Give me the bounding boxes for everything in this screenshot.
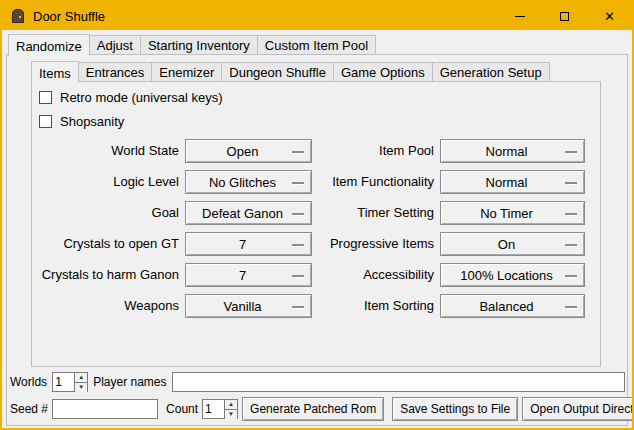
close-icon: ✕ — [604, 10, 615, 23]
tab-generation-setup[interactable]: Generation Setup — [432, 62, 550, 82]
count-input[interactable] — [203, 400, 224, 418]
dropdown-indicator-icon — [292, 306, 304, 308]
crystals-ganon-value: 7 — [239, 268, 258, 283]
outer-tab-strip: Randomize Adjust Starting Inventory Cust… — [8, 32, 375, 55]
app-icon — [10, 8, 26, 24]
worlds-label: Worlds — [10, 375, 47, 389]
dropdown-indicator-icon — [565, 182, 577, 184]
crystals-ganon-dropdown[interactable]: 7 — [185, 263, 312, 287]
dropdown-indicator-icon — [565, 275, 577, 277]
randomize-pane: Items Entrances Enemizer Dungeon Shuffle… — [6, 54, 628, 426]
player-names-label: Player names — [93, 375, 166, 389]
count-spin-arrows: ▲ ▼ — [224, 400, 237, 418]
spin-down-icon[interactable]: ▼ — [75, 383, 87, 392]
worlds-spin-arrows: ▲ ▼ — [74, 373, 87, 391]
retro-mode-checkbox[interactable] — [39, 91, 52, 104]
weapons-label: Weapons — [35, 294, 185, 318]
retro-mode-label: Retro mode (universal keys) — [60, 90, 223, 105]
dropdown-indicator-icon — [292, 213, 304, 215]
weapons-dropdown[interactable]: Vanilla — [185, 294, 312, 318]
crystals-ganon-label: Crystals to harm Ganon — [35, 263, 185, 287]
world-state-label: World State — [35, 139, 185, 163]
item-functionality-value: Normal — [486, 175, 540, 190]
tab-enemizer[interactable]: Enemizer — [151, 62, 222, 82]
crystals-gt-dropdown[interactable]: 7 — [185, 232, 312, 256]
spin-up-icon[interactable]: ▲ — [225, 400, 237, 410]
dropdown-indicator-icon — [292, 244, 304, 246]
progressive-items-label: Progressive Items — [312, 232, 440, 256]
timer-setting-label: Timer Setting — [312, 201, 440, 225]
goal-dropdown[interactable]: Defeat Ganon — [185, 201, 312, 225]
tab-randomize[interactable]: Randomize — [8, 34, 90, 56]
open-output-directory-button[interactable]: Open Output Directory — [522, 397, 634, 421]
items-pane: Retro mode (universal keys) Shopsanity W… — [31, 81, 601, 367]
item-sorting-dropdown[interactable]: Balanced — [440, 294, 585, 318]
window-title: Door Shuffle — [33, 9, 105, 24]
item-sorting-label: Item Sorting — [312, 294, 440, 318]
app-window: Door Shuffle ✕ Randomize Adjust Starting… — [0, 0, 634, 430]
accessibility-dropdown[interactable]: 100% Locations — [440, 263, 585, 287]
spin-down-icon[interactable]: ▼ — [225, 410, 237, 419]
tab-dungeon-shuffle[interactable]: Dungeon Shuffle — [221, 62, 334, 82]
logic-level-value: No Glitches — [209, 175, 288, 190]
seed-label: Seed # — [10, 402, 48, 416]
accessibility-label: Accessibility — [312, 263, 440, 287]
seed-input[interactable] — [52, 399, 158, 419]
progressive-items-value: On — [498, 237, 527, 252]
player-names-input[interactable] — [172, 372, 626, 392]
maximize-button[interactable] — [542, 2, 587, 30]
item-pool-dropdown[interactable]: Normal — [440, 139, 585, 163]
item-sorting-value: Balanced — [479, 299, 545, 314]
minimize-button[interactable] — [497, 2, 542, 30]
timer-setting-value: No Timer — [480, 206, 545, 221]
minimize-icon — [515, 16, 525, 17]
weapons-value: Vanilla — [223, 299, 273, 314]
inner-notebook: Items Entrances Enemizer Dungeon Shuffle… — [31, 59, 601, 367]
spin-up-icon[interactable]: ▲ — [75, 373, 87, 383]
count-label: Count — [166, 402, 198, 416]
dropdown-indicator-icon — [565, 213, 577, 215]
timer-setting-dropdown[interactable]: No Timer — [440, 201, 585, 225]
seed-row: Seed # Count ▲ ▼ Generate Patched Rom Sa… — [10, 396, 625, 422]
world-state-dropdown[interactable]: Open — [185, 139, 312, 163]
dropdown-indicator-icon — [292, 151, 304, 153]
item-pool-value: Normal — [486, 144, 540, 159]
crystals-gt-label: Crystals to open GT — [35, 232, 185, 256]
inner-tab-strip: Items Entrances Enemizer Dungeon Shuffle… — [31, 59, 549, 82]
save-settings-button[interactable]: Save Settings to File — [392, 397, 518, 421]
worlds-row: Worlds ▲ ▼ Player names — [10, 371, 625, 393]
tab-items[interactable]: Items — [31, 61, 79, 83]
maximize-icon — [560, 12, 569, 21]
tab-adjust[interactable]: Adjust — [89, 35, 141, 55]
worlds-input[interactable] — [53, 373, 74, 391]
close-button[interactable]: ✕ — [587, 2, 632, 30]
item-pool-label: Item Pool — [312, 139, 440, 163]
retro-mode-row: Retro mode (universal keys) — [39, 88, 600, 106]
shopsanity-checkbox[interactable] — [39, 115, 52, 128]
options-grid: World State Open Item Pool Normal Logic … — [35, 139, 600, 318]
count-spinner[interactable]: ▲ ▼ — [202, 399, 238, 419]
dropdown-indicator-icon — [565, 151, 577, 153]
item-functionality-dropdown[interactable]: Normal — [440, 170, 585, 194]
dropdown-indicator-icon — [292, 275, 304, 277]
titlebar[interactable]: Door Shuffle ✕ — [2, 2, 632, 30]
tab-entrances[interactable]: Entrances — [78, 62, 153, 82]
generate-patched-rom-button[interactable]: Generate Patched Rom — [242, 397, 384, 421]
goal-value: Defeat Ganon — [202, 206, 295, 221]
shopsanity-label: Shopsanity — [60, 114, 124, 129]
tab-starting-inventory[interactable]: Starting Inventory — [140, 35, 258, 55]
dropdown-indicator-icon — [565, 244, 577, 246]
crystals-gt-value: 7 — [239, 237, 258, 252]
world-state-value: Open — [227, 144, 271, 159]
dropdown-indicator-icon — [565, 306, 577, 308]
goal-label: Goal — [35, 201, 185, 225]
accessibility-value: 100% Locations — [460, 268, 565, 283]
tab-custom-item-pool[interactable]: Custom Item Pool — [257, 35, 376, 55]
window-content: Randomize Adjust Starting Inventory Cust… — [2, 30, 632, 428]
shopsanity-row: Shopsanity — [39, 112, 600, 130]
dropdown-indicator-icon — [292, 182, 304, 184]
progressive-items-dropdown[interactable]: On — [440, 232, 585, 256]
tab-game-options[interactable]: Game Options — [333, 62, 433, 82]
worlds-spinner[interactable]: ▲ ▼ — [52, 372, 88, 392]
logic-level-dropdown[interactable]: No Glitches — [185, 170, 312, 194]
